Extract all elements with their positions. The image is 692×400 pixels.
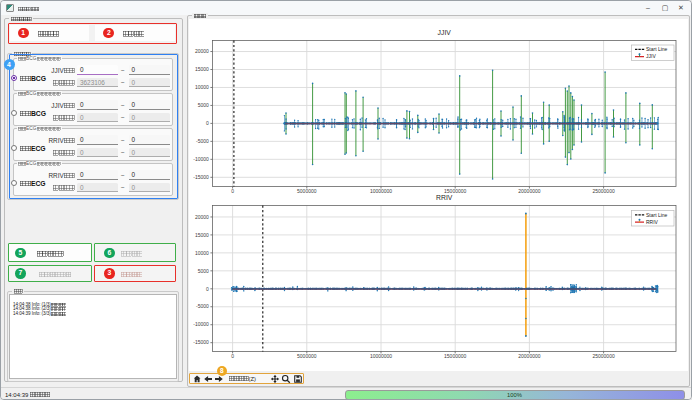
svg-text:5000000: 5000000 — [297, 188, 317, 194]
svg-text:20000: 20000 — [194, 48, 208, 54]
svg-text:RRIV: RRIV — [436, 194, 453, 201]
svg-text:RRIV: RRIV — [646, 219, 659, 225]
svg-text:20000000: 20000000 — [518, 188, 540, 194]
svg-text:10000000: 10000000 — [369, 188, 391, 194]
svg-text:0: 0 — [231, 353, 234, 359]
svg-text:JJIV: JJIV — [646, 53, 656, 59]
svg-text:-5000: -5000 — [196, 138, 209, 144]
svg-text:-10000: -10000 — [193, 156, 209, 162]
svg-text:20000000: 20000000 — [518, 353, 540, 359]
svg-text:JJIV: JJIV — [437, 29, 451, 36]
svg-text:20000: 20000 — [194, 214, 208, 220]
svg-text:10000: 10000 — [194, 84, 208, 90]
svg-text:5000000: 5000000 — [297, 353, 317, 359]
svg-text:25000000: 25000000 — [592, 188, 614, 194]
svg-text:15000: 15000 — [194, 66, 208, 72]
svg-text:0: 0 — [206, 120, 209, 126]
svg-text:15000000: 15000000 — [444, 353, 466, 359]
svg-text:-5000: -5000 — [196, 303, 209, 309]
svg-text:5000: 5000 — [197, 268, 208, 274]
svg-text:10000: 10000 — [194, 250, 208, 256]
svg-text:-15000: -15000 — [193, 174, 209, 180]
svg-text:10000000: 10000000 — [369, 353, 391, 359]
svg-text:25000000: 25000000 — [592, 353, 614, 359]
svg-text:Start Line: Start Line — [646, 46, 668, 52]
svg-text:-10000: -10000 — [193, 321, 209, 327]
svg-text:0: 0 — [206, 286, 209, 292]
svg-text:-15000: -15000 — [193, 339, 209, 345]
svg-text:0: 0 — [231, 188, 234, 194]
svg-text:5000: 5000 — [197, 102, 208, 108]
svg-text:15000: 15000 — [194, 232, 208, 238]
svg-text:15000000: 15000000 — [444, 188, 466, 194]
svg-text:Start Line: Start Line — [646, 212, 668, 218]
